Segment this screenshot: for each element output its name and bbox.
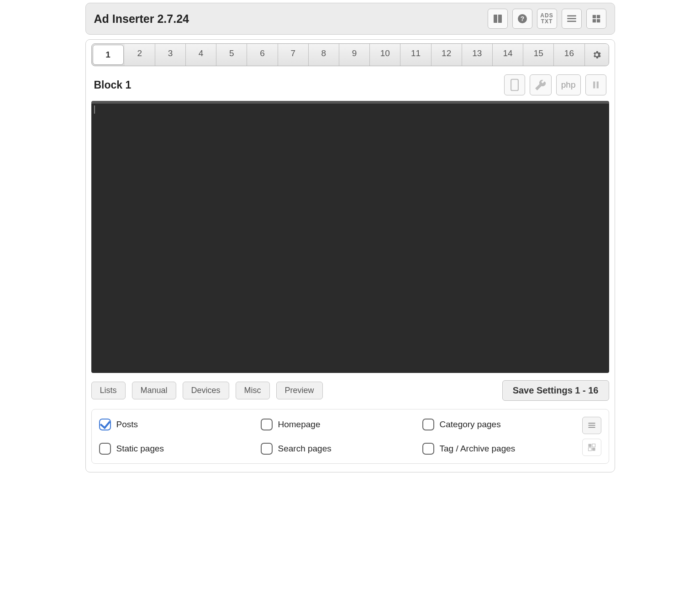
list-view-button[interactable] <box>562 9 582 29</box>
tab-block-11[interactable]: 11 <box>400 44 431 66</box>
svg-rect-10 <box>593 82 595 89</box>
save-settings-button[interactable]: Save Settings 1 - 16 <box>502 380 609 401</box>
manual-button[interactable]: Manual <box>132 382 176 399</box>
checkbox-icon <box>261 419 273 430</box>
checkbox-static-pages[interactable]: Static pages <box>99 441 252 456</box>
code-editor[interactable] <box>91 101 609 373</box>
tab-block-1[interactable]: 1 <box>93 45 124 65</box>
ads-txt-icon: ADS TXT <box>540 13 553 24</box>
text-cursor <box>94 105 95 114</box>
svg-rect-14 <box>588 427 595 428</box>
svg-rect-2 <box>567 15 576 16</box>
tab-block-15[interactable]: 15 <box>523 44 554 66</box>
checkbox-label: Search pages <box>278 444 332 454</box>
svg-rect-6 <box>596 15 600 18</box>
app-title: Ad Inserter 2.7.24 <box>94 12 189 26</box>
php-button[interactable]: php <box>556 74 581 95</box>
misc-button[interactable]: Misc <box>236 382 270 399</box>
checkbox-label: Posts <box>116 419 138 430</box>
header-bar: Ad Inserter 2.7.24 ? ADS TXT <box>85 3 615 35</box>
device-preview-button[interactable] <box>504 74 525 95</box>
devices-button[interactable]: Devices <box>183 382 229 399</box>
pause-icon <box>591 80 600 90</box>
main-panel: 1 2 3 4 5 6 7 8 9 10 11 12 13 14 15 16 B… <box>85 39 615 472</box>
checkbox-icon <box>99 443 111 455</box>
svg-rect-8 <box>596 19 600 22</box>
ads-txt-button[interactable]: ADS TXT <box>537 9 557 29</box>
svg-rect-15 <box>588 444 591 447</box>
svg-rect-5 <box>592 15 595 18</box>
checkbox-homepage[interactable]: Homepage <box>261 417 413 432</box>
svg-rect-3 <box>567 18 576 19</box>
checkbox-icon <box>422 419 434 430</box>
checkbox-label: Category pages <box>440 419 501 430</box>
tab-block-8[interactable]: 8 <box>309 44 339 66</box>
list-lines-icon <box>587 421 597 430</box>
svg-rect-9 <box>511 79 518 91</box>
preview-button[interactable]: Preview <box>276 382 323 399</box>
tab-settings[interactable] <box>585 44 609 66</box>
svg-rect-11 <box>596 82 598 89</box>
tab-block-14[interactable]: 14 <box>493 44 523 66</box>
checkbox-label: Homepage <box>278 419 321 430</box>
tablet-icon <box>510 79 520 91</box>
gear-icon <box>592 50 602 60</box>
action-row: Lists Manual Devices Misc Preview Save S… <box>91 380 609 401</box>
page-types-panel: Posts Homepage Category pages Static pag… <box>91 409 609 464</box>
block-header: Block 1 php <box>91 74 609 101</box>
tab-strip: 1 2 3 4 5 6 7 8 9 10 11 12 13 14 15 16 <box>91 43 609 66</box>
header-toolbar: ? ADS TXT <box>488 9 606 29</box>
tab-block-13[interactable]: 13 <box>462 44 493 66</box>
help-button[interactable]: ? <box>512 9 532 29</box>
lists-button[interactable]: Lists <box>91 382 126 399</box>
svg-rect-4 <box>567 21 576 22</box>
grid-icon <box>587 443 597 452</box>
blocks-icon <box>591 14 601 24</box>
docs-button[interactable] <box>488 9 508 29</box>
expand-list-button[interactable] <box>582 417 601 434</box>
checkbox-icon <box>422 443 434 455</box>
tab-block-16[interactable]: 16 <box>554 44 584 66</box>
block-tools: php <box>504 74 606 95</box>
checkbox-search-pages[interactable]: Search pages <box>261 441 413 456</box>
checkbox-icon <box>99 419 111 430</box>
panel-side-buttons <box>582 417 601 456</box>
checkbox-tag-archive-pages[interactable]: Tag / Archive pages <box>422 441 575 456</box>
blocks-view-button[interactable] <box>586 9 606 29</box>
svg-rect-13 <box>588 425 595 426</box>
grid-toggle-button[interactable] <box>582 439 601 456</box>
php-label: php <box>561 80 576 90</box>
tab-block-2[interactable]: 2 <box>125 44 155 66</box>
tab-block-7[interactable]: 7 <box>278 44 309 66</box>
tab-block-12[interactable]: 12 <box>432 44 462 66</box>
checkbox-label: Tag / Archive pages <box>440 444 516 454</box>
svg-rect-16 <box>592 444 595 447</box>
tools-button[interactable] <box>530 74 552 95</box>
checkbox-posts[interactable]: Posts <box>99 417 252 432</box>
svg-rect-17 <box>588 448 591 451</box>
list-icon <box>566 13 578 25</box>
tab-block-10[interactable]: 10 <box>370 44 400 66</box>
tab-block-6[interactable]: 6 <box>247 44 278 66</box>
tab-block-4[interactable]: 4 <box>186 44 216 66</box>
tab-block-9[interactable]: 9 <box>339 44 370 66</box>
help-icon: ? <box>517 13 528 24</box>
svg-rect-12 <box>588 423 595 424</box>
svg-rect-7 <box>592 19 595 22</box>
checkbox-category-pages[interactable]: Category pages <box>422 417 575 432</box>
checkbox-label: Static pages <box>116 444 164 454</box>
book-icon <box>492 13 503 24</box>
tab-block-3[interactable]: 3 <box>155 44 186 66</box>
svg-rect-18 <box>592 448 595 451</box>
block-title: Block 1 <box>94 79 132 91</box>
tab-block-5[interactable]: 5 <box>216 44 247 66</box>
wrench-icon <box>535 79 547 91</box>
pause-button[interactable] <box>585 74 606 95</box>
svg-text:?: ? <box>520 15 524 22</box>
checkbox-icon <box>261 443 273 455</box>
